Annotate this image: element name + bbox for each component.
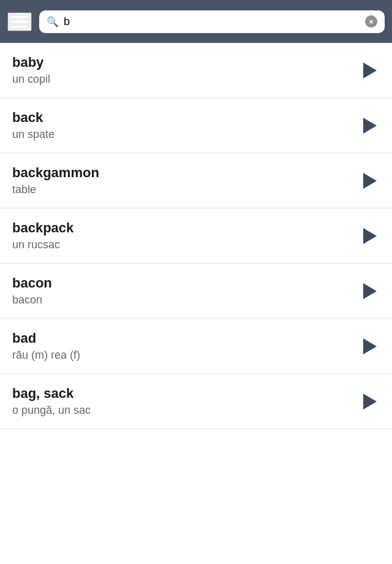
list-item[interactable]: back un spate	[0, 98, 392, 153]
clear-button[interactable]: ×	[365, 15, 377, 28]
word-content: back un spate	[12, 110, 358, 141]
word-title: backgammon	[12, 165, 358, 181]
search-icon: 🔍	[47, 16, 59, 28]
word-list: baby un copil back un spate backgammon t…	[0, 43, 392, 429]
list-item[interactable]: bacon bacon	[0, 264, 392, 319]
list-item[interactable]: baby un copil	[0, 43, 392, 98]
word-content: baby un copil	[12, 55, 358, 86]
list-item[interactable]: bad rău (m) rea (f)	[0, 319, 392, 374]
list-item[interactable]: bag, sack o pungă, un sac	[0, 374, 392, 429]
header: 🔍 b ×	[0, 0, 392, 43]
word-translation: bacon	[12, 294, 358, 307]
word-translation: un spate	[12, 128, 358, 141]
word-translation: rău (m) rea (f)	[12, 349, 358, 362]
play-button[interactable]	[358, 279, 382, 303]
word-translation: o pungă, un sac	[12, 404, 358, 417]
menu-line-2	[11, 21, 28, 23]
menu-button[interactable]	[7, 12, 32, 31]
play-icon	[363, 283, 377, 299]
play-button[interactable]	[358, 224, 382, 248]
play-icon	[363, 228, 377, 244]
app-container: 🔍 b × baby un copil back un spate	[0, 0, 392, 429]
list-item[interactable]: backgammon table	[0, 153, 392, 208]
menu-line-3	[11, 26, 28, 28]
list-item[interactable]: backpack un rucsac	[0, 208, 392, 264]
word-translation: un copil	[12, 73, 358, 86]
play-icon	[363, 63, 377, 78]
word-content: backpack un rucsac	[12, 220, 358, 251]
search-container: 🔍 b ×	[39, 10, 385, 33]
word-content: backgammon table	[12, 165, 358, 196]
word-content: bag, sack o pungă, un sac	[12, 386, 358, 417]
word-title: bad	[12, 330, 358, 346]
play-button[interactable]	[358, 389, 382, 414]
word-content: bacon bacon	[12, 275, 358, 307]
play-button[interactable]	[358, 58, 382, 83]
word-title: bag, sack	[12, 386, 358, 402]
word-translation: table	[12, 183, 358, 196]
search-input[interactable]: b	[64, 15, 360, 28]
clear-icon: ×	[369, 18, 374, 26]
word-title: back	[12, 110, 358, 126]
play-icon	[363, 173, 377, 189]
play-icon	[363, 338, 377, 354]
menu-line-1	[11, 16, 28, 18]
play-button[interactable]	[358, 113, 382, 138]
word-translation: un rucsac	[12, 238, 358, 251]
word-title: backpack	[12, 220, 358, 236]
word-content: bad rău (m) rea (f)	[12, 330, 358, 362]
word-title: baby	[12, 55, 358, 70]
play-icon	[363, 118, 377, 134]
play-button[interactable]	[358, 334, 382, 359]
play-icon	[363, 394, 377, 410]
play-button[interactable]	[358, 169, 382, 193]
word-title: bacon	[12, 275, 358, 291]
